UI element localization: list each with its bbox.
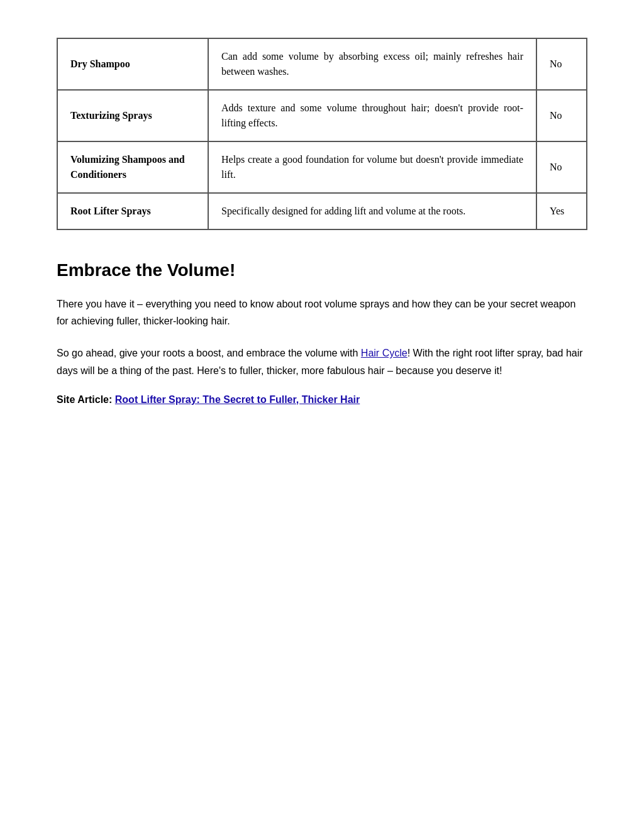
paragraph-1: There you have it – everything you need …: [57, 295, 587, 329]
description-cell: Specifically designed for adding lift an…: [208, 193, 536, 229]
product-cell: Volumizing Shampoos and Conditioners: [57, 141, 208, 193]
paragraph-2-before-link: So go ahead, give your roots a boost, an…: [57, 348, 361, 358]
table-row: Dry ShampooCan add some volume by absorb…: [57, 38, 587, 90]
paragraph-2: So go ahead, give your roots a boost, an…: [57, 345, 587, 378]
site-article-line: Site Article: Root Lifter Spray: The Sec…: [57, 394, 587, 405]
description-cell: Helps create a good foundation for volum…: [208, 141, 536, 193]
effective-cell: Yes: [536, 193, 587, 229]
description-cell: Adds texture and some volume throughout …: [208, 90, 536, 141]
effective-cell: No: [536, 38, 587, 90]
product-cell: Dry Shampoo: [57, 38, 208, 90]
table-row: Volumizing Shampoos and ConditionersHelp…: [57, 141, 587, 193]
site-article-label: Site Article:: [57, 394, 112, 405]
hair-cycle-link[interactable]: Hair Cycle: [361, 348, 408, 358]
table-row: Root Lifter SpraysSpecifically designed …: [57, 193, 587, 229]
product-cell: Texturizing Sprays: [57, 90, 208, 141]
effective-cell: No: [536, 141, 587, 193]
site-article-link[interactable]: Root Lifter Spray: The Secret to Fuller,…: [115, 394, 360, 405]
comparison-table: Dry ShampooCan add some volume by absorb…: [57, 38, 587, 230]
table-row: Texturizing SpraysAdds texture and some …: [57, 90, 587, 141]
comparison-table-container: Dry ShampooCan add some volume by absorb…: [57, 38, 587, 230]
section-heading: Embrace the Volume!: [57, 260, 587, 280]
effective-cell: No: [536, 90, 587, 141]
description-cell: Can add some volume by absorbing excess …: [208, 38, 536, 90]
product-cell: Root Lifter Sprays: [57, 193, 208, 229]
